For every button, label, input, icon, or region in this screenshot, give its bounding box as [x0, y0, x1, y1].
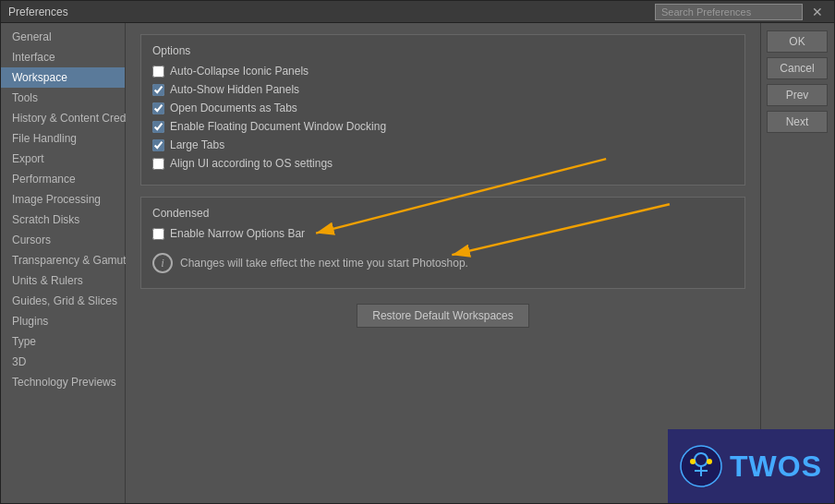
condensed-option-label: Enable Narrow Options Bar [170, 227, 305, 240]
ok-button[interactable]: OK [767, 30, 828, 53]
title-bar: Preferences ✕ [1, 1, 834, 23]
info-icon: i [152, 253, 173, 273]
sidebar: GeneralInterfaceWorkspaceToolsHistory & … [1, 23, 126, 503]
watermark-text: TWOS [730, 450, 822, 484]
title-bar-right: ✕ [655, 4, 827, 20]
info-row: i Changes will take effect the next time… [152, 247, 733, 279]
option-label: Auto-Collapse Iconic Panels [170, 65, 309, 78]
option-row: Auto-Collapse Iconic Panels [152, 65, 733, 78]
sidebar-item[interactable]: Cursors [1, 230, 125, 250]
options-header: Options [152, 44, 733, 57]
option-label: Open Documents as Tabs [170, 102, 297, 114]
sidebar-item[interactable]: Technology Previews [1, 372, 125, 392]
sidebar-item[interactable]: History & Content Credentials [1, 108, 125, 128]
sidebar-item[interactable]: Workspace [1, 67, 125, 88]
sidebar-item[interactable]: 3D [1, 352, 125, 372]
option-checkbox[interactable] [152, 121, 164, 133]
condensed-option-checkbox[interactable] [152, 228, 164, 240]
sidebar-item[interactable]: Interface [1, 47, 125, 67]
option-row: Open Documents as Tabs [152, 102, 733, 114]
sidebar-item[interactable]: Scratch Disks [1, 210, 125, 230]
svg-point-8 [707, 459, 712, 464]
sidebar-item[interactable]: Transparency & Gamut [1, 250, 125, 270]
options-section: Options Auto-Collapse Iconic PanelsAuto-… [140, 34, 745, 186]
option-checkbox[interactable] [152, 158, 164, 170]
option-checkbox[interactable] [152, 139, 164, 151]
option-label: Align UI according to OS settings [170, 157, 333, 170]
sidebar-item[interactable]: Tools [1, 88, 125, 108]
option-label: Auto-Show Hidden Panels [170, 83, 299, 96]
cancel-button[interactable]: Cancel [767, 57, 828, 79]
sidebar-item[interactable]: Type [1, 331, 125, 352]
sidebar-item[interactable]: Export [1, 149, 125, 169]
option-checkbox[interactable] [152, 102, 164, 114]
condensed-option-row: Enable Narrow Options Bar [152, 227, 733, 240]
sidebar-item[interactable]: Plugins [1, 311, 125, 331]
option-row: Align UI according to OS settings [152, 157, 733, 170]
watermark: TWOS [668, 429, 834, 503]
option-checkbox[interactable] [152, 84, 164, 96]
close-button[interactable]: ✕ [808, 5, 827, 19]
sidebar-item[interactable]: Performance [1, 169, 125, 189]
next-button[interactable]: Next [767, 111, 828, 133]
condensed-section: Condensed Enable Narrow Options Bar i Ch… [140, 197, 745, 289]
prev-button[interactable]: Prev [767, 84, 828, 106]
svg-point-7 [690, 459, 696, 464]
restore-workspaces-button[interactable]: Restore Default Workspaces [357, 304, 529, 328]
sidebar-item[interactable]: Units & Rulers [1, 270, 125, 291]
condensed-header: Condensed [152, 207, 733, 220]
option-row: Enable Floating Document Window Docking [152, 120, 733, 133]
sidebar-item[interactable]: File Handling [1, 128, 125, 149]
preferences-dialog: Preferences ✕ GeneralInterfaceWorkspaceT… [0, 0, 835, 504]
option-row: Auto-Show Hidden Panels [152, 83, 733, 96]
sidebar-item[interactable]: Image Processing [1, 189, 125, 210]
option-label: Enable Floating Document Window Docking [170, 120, 386, 133]
watermark-icon [680, 445, 722, 487]
dialog-title: Preferences [8, 6, 68, 18]
option-label: Large Tabs [170, 138, 224, 151]
option-row: Large Tabs [152, 138, 733, 151]
sidebar-item[interactable]: Guides, Grid & Slices [1, 291, 125, 311]
option-checkbox[interactable] [152, 66, 164, 78]
search-input[interactable] [655, 4, 803, 20]
sidebar-item[interactable]: General [1, 27, 125, 47]
info-text: Changes will take effect the next time y… [180, 257, 468, 270]
main-panel: Options Auto-Collapse Iconic PanelsAuto-… [126, 23, 760, 503]
